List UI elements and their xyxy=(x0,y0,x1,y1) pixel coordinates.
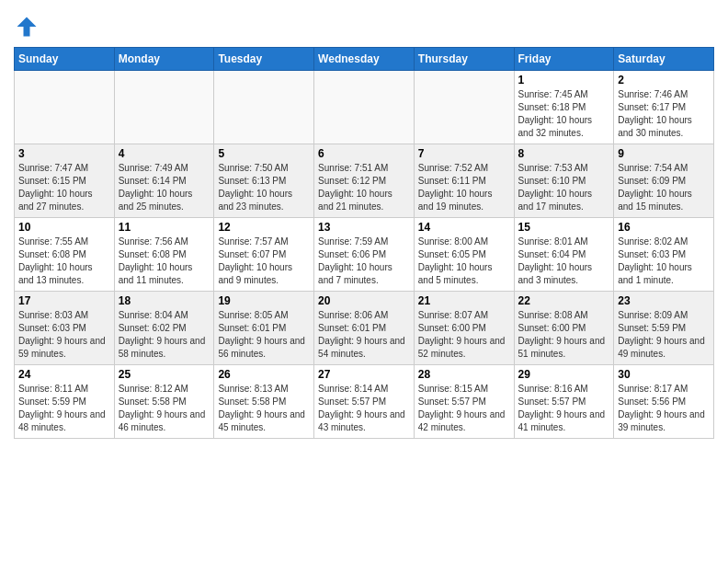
calendar-cell: 5Sunrise: 7:50 AM Sunset: 6:13 PM Daylig… xyxy=(214,144,314,218)
day-number: 6 xyxy=(318,147,410,160)
day-number: 7 xyxy=(418,147,510,160)
day-info: Sunrise: 8:03 AM Sunset: 6:03 PM Dayligh… xyxy=(18,309,110,361)
day-info: Sunrise: 8:02 AM Sunset: 6:03 PM Dayligh… xyxy=(618,236,710,287)
day-number: 20 xyxy=(318,294,410,307)
calendar-cell: 12Sunrise: 7:57 AM Sunset: 6:07 PM Dayli… xyxy=(214,218,314,292)
day-number: 8 xyxy=(518,147,610,160)
day-info: Sunrise: 7:50 AM Sunset: 6:13 PM Dayligh… xyxy=(218,162,310,213)
day-info: Sunrise: 8:17 AM Sunset: 5:56 PM Dayligh… xyxy=(618,383,710,434)
day-info: Sunrise: 8:08 AM Sunset: 6:00 PM Dayligh… xyxy=(518,309,610,361)
day-number: 25 xyxy=(119,368,210,381)
day-info: Sunrise: 8:14 AM Sunset: 5:57 PM Dayligh… xyxy=(318,383,410,434)
day-info: Sunrise: 8:01 AM Sunset: 6:04 PM Dayligh… xyxy=(518,236,610,287)
day-info: Sunrise: 8:06 AM Sunset: 6:01 PM Dayligh… xyxy=(318,309,410,361)
calendar-cell: 13Sunrise: 7:59 AM Sunset: 6:06 PM Dayli… xyxy=(314,218,415,292)
day-number: 14 xyxy=(418,221,510,234)
calendar-cell xyxy=(414,71,514,144)
day-info: Sunrise: 8:11 AM Sunset: 5:59 PM Dayligh… xyxy=(18,383,110,434)
day-header-thursday: Thursday xyxy=(414,48,514,71)
calendar-cell: 1Sunrise: 7:45 AM Sunset: 6:18 PM Daylig… xyxy=(514,71,614,144)
logo-icon xyxy=(14,14,40,40)
calendar-cell: 20Sunrise: 8:06 AM Sunset: 6:01 PM Dayli… xyxy=(314,292,415,365)
day-number: 22 xyxy=(518,294,610,307)
day-number: 2 xyxy=(618,74,710,86)
calendar-cell xyxy=(314,71,415,144)
calendar-cell: 30Sunrise: 8:17 AM Sunset: 5:56 PM Dayli… xyxy=(614,365,714,439)
day-info: Sunrise: 8:13 AM Sunset: 5:58 PM Dayligh… xyxy=(218,383,310,434)
day-header-tuesday: Tuesday xyxy=(214,48,314,71)
day-header-wednesday: Wednesday xyxy=(314,48,415,71)
day-number: 27 xyxy=(318,368,410,381)
calendar-cell: 6Sunrise: 7:51 AM Sunset: 6:12 PM Daylig… xyxy=(314,144,415,218)
day-info: Sunrise: 7:53 AM Sunset: 6:10 PM Dayligh… xyxy=(518,162,610,213)
calendar-cell: 23Sunrise: 8:09 AM Sunset: 5:59 PM Dayli… xyxy=(614,292,714,365)
day-info: Sunrise: 7:46 AM Sunset: 6:17 PM Dayligh… xyxy=(618,88,710,140)
calendar-cell: 10Sunrise: 7:55 AM Sunset: 6:08 PM Dayli… xyxy=(15,218,115,292)
calendar-cell: 22Sunrise: 8:08 AM Sunset: 6:00 PM Dayli… xyxy=(514,292,614,365)
calendar-cell: 26Sunrise: 8:13 AM Sunset: 5:58 PM Dayli… xyxy=(214,365,314,439)
calendar-cell: 19Sunrise: 8:05 AM Sunset: 6:01 PM Dayli… xyxy=(214,292,314,365)
day-number: 24 xyxy=(18,368,110,381)
day-info: Sunrise: 7:55 AM Sunset: 6:08 PM Dayligh… xyxy=(18,236,110,287)
calendar-week-row: 1Sunrise: 7:45 AM Sunset: 6:18 PM Daylig… xyxy=(15,71,714,144)
calendar-cell: 11Sunrise: 7:56 AM Sunset: 6:08 PM Dayli… xyxy=(114,218,214,292)
day-info: Sunrise: 8:04 AM Sunset: 6:02 PM Dayligh… xyxy=(119,309,210,361)
day-info: Sunrise: 8:09 AM Sunset: 5:59 PM Dayligh… xyxy=(618,309,710,361)
day-info: Sunrise: 7:56 AM Sunset: 6:08 PM Dayligh… xyxy=(119,236,210,287)
page-header xyxy=(14,9,714,40)
calendar-cell: 21Sunrise: 8:07 AM Sunset: 6:00 PM Dayli… xyxy=(414,292,514,365)
calendar-cell: 29Sunrise: 8:16 AM Sunset: 5:57 PM Dayli… xyxy=(514,365,614,439)
day-number: 30 xyxy=(618,368,710,381)
day-info: Sunrise: 8:16 AM Sunset: 5:57 PM Dayligh… xyxy=(518,383,610,434)
calendar-table: SundayMondayTuesdayWednesdayThursdayFrid… xyxy=(14,47,714,439)
day-info: Sunrise: 7:51 AM Sunset: 6:12 PM Dayligh… xyxy=(318,162,410,213)
day-info: Sunrise: 8:00 AM Sunset: 6:05 PM Dayligh… xyxy=(418,236,510,287)
day-info: Sunrise: 7:47 AM Sunset: 6:15 PM Dayligh… xyxy=(18,162,110,213)
calendar-cell: 14Sunrise: 8:00 AM Sunset: 6:05 PM Dayli… xyxy=(414,218,514,292)
calendar-cell: 17Sunrise: 8:03 AM Sunset: 6:03 PM Dayli… xyxy=(15,292,115,365)
calendar-week-row: 3Sunrise: 7:47 AM Sunset: 6:15 PM Daylig… xyxy=(15,144,714,218)
day-number: 19 xyxy=(218,294,310,307)
day-number: 11 xyxy=(119,221,210,234)
calendar-cell: 28Sunrise: 8:15 AM Sunset: 5:57 PM Dayli… xyxy=(414,365,514,439)
day-header-monday: Monday xyxy=(114,48,214,71)
day-info: Sunrise: 7:59 AM Sunset: 6:06 PM Dayligh… xyxy=(318,236,410,287)
logo xyxy=(14,14,43,40)
day-number: 10 xyxy=(18,221,110,234)
day-number: 4 xyxy=(119,147,210,160)
day-number: 29 xyxy=(518,368,610,381)
day-info: Sunrise: 7:54 AM Sunset: 6:09 PM Dayligh… xyxy=(618,162,710,213)
day-info: Sunrise: 8:12 AM Sunset: 5:58 PM Dayligh… xyxy=(119,383,210,434)
day-info: Sunrise: 7:57 AM Sunset: 6:07 PM Dayligh… xyxy=(218,236,310,287)
calendar-week-row: 17Sunrise: 8:03 AM Sunset: 6:03 PM Dayli… xyxy=(15,292,714,365)
calendar-cell: 9Sunrise: 7:54 AM Sunset: 6:09 PM Daylig… xyxy=(614,144,714,218)
day-header-sunday: Sunday xyxy=(15,48,115,71)
calendar-cell: 3Sunrise: 7:47 AM Sunset: 6:15 PM Daylig… xyxy=(15,144,115,218)
calendar-cell: 25Sunrise: 8:12 AM Sunset: 5:58 PM Dayli… xyxy=(114,365,214,439)
day-info: Sunrise: 8:15 AM Sunset: 5:57 PM Dayligh… xyxy=(418,383,510,434)
day-info: Sunrise: 7:49 AM Sunset: 6:14 PM Dayligh… xyxy=(119,162,210,213)
day-number: 9 xyxy=(618,147,710,160)
day-info: Sunrise: 8:07 AM Sunset: 6:00 PM Dayligh… xyxy=(418,309,510,361)
day-number: 13 xyxy=(318,221,410,234)
day-number: 21 xyxy=(418,294,510,307)
day-number: 12 xyxy=(218,221,310,234)
calendar-cell: 18Sunrise: 8:04 AM Sunset: 6:02 PM Dayli… xyxy=(114,292,214,365)
calendar-cell xyxy=(114,71,214,144)
day-header-friday: Friday xyxy=(514,48,614,71)
day-info: Sunrise: 7:52 AM Sunset: 6:11 PM Dayligh… xyxy=(418,162,510,213)
day-number: 1 xyxy=(518,74,610,86)
calendar-cell: 2Sunrise: 7:46 AM Sunset: 6:17 PM Daylig… xyxy=(614,71,714,144)
calendar-cell: 8Sunrise: 7:53 AM Sunset: 6:10 PM Daylig… xyxy=(514,144,614,218)
calendar-cell: 16Sunrise: 8:02 AM Sunset: 6:03 PM Dayli… xyxy=(614,218,714,292)
day-number: 18 xyxy=(119,294,210,307)
calendar-cell xyxy=(15,71,115,144)
day-number: 17 xyxy=(18,294,110,307)
calendar-cell: 4Sunrise: 7:49 AM Sunset: 6:14 PM Daylig… xyxy=(114,144,214,218)
calendar-cell xyxy=(214,71,314,144)
day-number: 23 xyxy=(618,294,710,307)
day-number: 16 xyxy=(618,221,710,234)
calendar-cell: 27Sunrise: 8:14 AM Sunset: 5:57 PM Dayli… xyxy=(314,365,415,439)
day-info: Sunrise: 8:05 AM Sunset: 6:01 PM Dayligh… xyxy=(218,309,310,361)
calendar-header-row: SundayMondayTuesdayWednesdayThursdayFrid… xyxy=(15,48,714,71)
